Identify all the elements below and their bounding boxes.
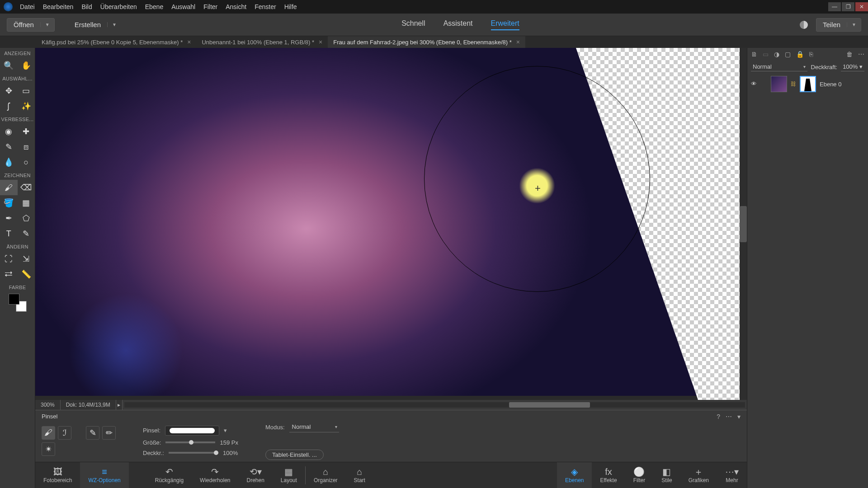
layer-link-icon[interactable]: ⛓ <box>791 81 796 87</box>
redeye-tool[interactable]: ◉ <box>0 124 18 139</box>
tablet-settings-button[interactable]: Tablet-Einstell. ... <box>265 450 324 460</box>
theme-toggle-icon[interactable] <box>800 21 808 29</box>
panel-menu-icon[interactable]: ⋯ <box>858 51 864 58</box>
brush-variant-color-replace[interactable]: ✎ <box>86 426 99 440</box>
layer-row[interactable]: 👁 ⛓ Ebene 0 <box>747 73 868 95</box>
mode-quick[interactable]: Schnell <box>401 19 425 30</box>
layer-blend-select[interactable]: Normal▾ <box>751 62 807 71</box>
close-button[interactable]: ✕ <box>855 2 868 11</box>
gradient-tool[interactable]: ▦ <box>18 195 35 211</box>
menu-ueberarbeiten[interactable]: Überarbeiten <box>100 3 137 10</box>
mask-icon[interactable]: ▢ <box>785 51 791 58</box>
new-group-icon[interactable]: ▭ <box>763 51 769 58</box>
doc-tab-1[interactable]: Käfig.psd bei 25% (Ebene 0 Kopie 5, Eben… <box>36 36 196 48</box>
close-icon[interactable]: × <box>516 38 520 46</box>
nav-organizer[interactable]: ⌂Organizer <box>306 462 346 488</box>
nav-layout[interactable]: ▦Layout <box>273 462 305 488</box>
menu-auswahl[interactable]: Auswahl <box>171 3 195 10</box>
doc-size-readout[interactable]: Dok: 10,4M/13,9M <box>61 400 116 410</box>
nav-fotobereich[interactable]: 🖼Fotobereich <box>35 462 80 488</box>
menu-ebene[interactable]: Ebene <box>145 3 163 10</box>
opacity-value[interactable]: 100% <box>223 450 238 456</box>
layer-thumbnail[interactable] <box>771 76 787 92</box>
color-swatches[interactable] <box>9 294 27 312</box>
canvas[interactable]: + <box>35 48 747 400</box>
zoom-readout[interactable]: 300% <box>35 400 61 410</box>
horizontal-scrollbar[interactable] <box>124 402 745 408</box>
clone-tool[interactable]: ⧇ <box>18 139 35 155</box>
size-slider[interactable] <box>165 441 215 443</box>
link-icon[interactable]: ⎘ <box>809 51 813 58</box>
opacity-slider[interactable] <box>169 452 218 454</box>
visibility-icon[interactable]: 👁 <box>751 80 758 88</box>
menu-fenster[interactable]: Fenster <box>255 3 276 10</box>
move-tool[interactable]: ✥ <box>0 83 18 99</box>
sponge-tool[interactable]: ○ <box>18 155 35 170</box>
doc-tab-2[interactable]: Unbenannt-1 bei 100% (Ebene 1, RGB/8) * … <box>196 36 328 48</box>
marquee-tool[interactable]: ▭ <box>18 83 35 99</box>
text-tool[interactable]: T <box>0 226 18 241</box>
mode-expert[interactable]: Erweitert <box>491 19 519 30</box>
trash-icon[interactable]: 🗑 <box>846 51 853 58</box>
new-layer-icon[interactable]: 🗎 <box>751 51 757 58</box>
eyedropper-tool[interactable]: ✒ <box>0 211 18 226</box>
maximize-button[interactable]: ❐ <box>842 2 854 11</box>
spot-heal-tool[interactable]: ✚ <box>18 124 35 139</box>
layer-name[interactable]: Ebene 0 <box>820 81 841 88</box>
nav-undo[interactable]: ↶Rückgängig <box>147 462 192 488</box>
nav-wz-options[interactable]: ≡WZ-Optionen <box>80 462 128 488</box>
content-move-tool[interactable]: ⮂ <box>0 267 18 282</box>
brush-variant-impressionist[interactable]: ℐ <box>58 426 71 440</box>
menu-ansicht[interactable]: Ansicht <box>226 3 246 10</box>
lock-icon[interactable]: 🔒 <box>796 51 804 58</box>
nav-filter[interactable]: ⚪Filter <box>625 462 654 488</box>
menu-hilfe[interactable]: Hilfe <box>284 3 297 10</box>
close-icon[interactable]: × <box>319 38 322 46</box>
share-button[interactable]: Teilen▼ <box>816 18 861 32</box>
straighten-tool[interactable]: 📏 <box>18 267 35 282</box>
chevron-down-icon[interactable]: ▾ <box>224 427 227 434</box>
menu-bearbeiten[interactable]: Bearbeiten <box>43 3 74 10</box>
recompose-tool[interactable]: ⇲ <box>18 251 35 267</box>
menu-filter[interactable]: Filter <box>203 3 217 10</box>
help-icon[interactable]: ? <box>717 413 720 420</box>
eraser-tool[interactable]: ⌫ <box>18 180 35 195</box>
brush-tool[interactable]: 🖌 <box>0 180 18 195</box>
lasso-tool[interactable]: ʃ <box>0 99 18 114</box>
shape-tool[interactable]: ⬠ <box>18 211 35 226</box>
blend-mode-select[interactable]: Normal <box>289 422 339 432</box>
fill-tool[interactable]: 🪣 <box>0 195 18 211</box>
nav-grafiken[interactable]: ＋Grafiken <box>680 462 717 488</box>
nav-effekte[interactable]: fxEffekte <box>592 462 625 488</box>
nav-redo[interactable]: ↷Wiederholen <box>192 462 238 488</box>
brush-variant-pencil[interactable]: ✏ <box>102 426 116 440</box>
pencil-tool[interactable]: ✎ <box>18 226 35 241</box>
mode-assist[interactable]: Assistent <box>443 19 473 30</box>
doc-tab-3[interactable]: Frau auf dem Fahrrad-2.jpeg bei 300% (Eb… <box>328 36 525 48</box>
open-button[interactable]: Öffnen▼ <box>7 18 55 32</box>
zoom-tool[interactable]: 🔍 <box>0 58 18 73</box>
smart-brush-tool[interactable]: ✎ <box>0 139 18 155</box>
create-button[interactable]: Erstellen▼ <box>68 18 121 32</box>
menu-datei[interactable]: Datei <box>20 3 35 10</box>
brush-variant-standard[interactable]: 🖌 <box>42 426 55 440</box>
blur-tool[interactable]: 💧 <box>0 155 18 170</box>
panel-menu-icon[interactable]: ⋯ <box>726 413 732 420</box>
hand-tool[interactable]: ✋ <box>18 58 35 73</box>
layer-opacity-value[interactable]: 100% ▾ <box>841 62 864 71</box>
minimize-button[interactable]: — <box>828 2 841 11</box>
collapse-icon[interactable]: ▾ <box>737 413 741 420</box>
status-caret[interactable]: ▸ <box>116 400 123 410</box>
menu-bild[interactable]: Bild <box>81 3 92 10</box>
size-value[interactable]: 159 Px <box>220 439 238 446</box>
nav-stile[interactable]: ◧Stile <box>653 462 680 488</box>
close-icon[interactable]: × <box>187 38 191 46</box>
nav-rotate[interactable]: ⟲▾Drehen <box>238 462 272 488</box>
vertical-scrollbar[interactable] <box>740 48 747 400</box>
brush-preset-picker[interactable] <box>165 426 219 436</box>
nav-mehr[interactable]: ⋯▾Mehr <box>717 462 747 488</box>
layer-mask-thumbnail[interactable] <box>800 76 816 92</box>
foreground-color-swatch[interactable] <box>9 294 19 305</box>
adjustment-icon[interactable]: ◑ <box>774 51 779 58</box>
nav-start[interactable]: ⌂Start <box>346 462 373 488</box>
